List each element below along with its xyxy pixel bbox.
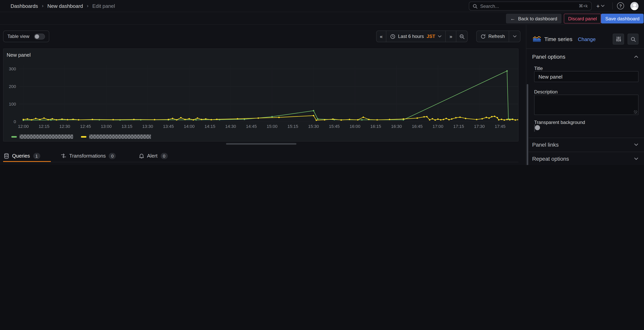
repeat-options-header[interactable]: Repeat options xyxy=(532,156,569,162)
x-axis-tick: 12:00 xyxy=(18,124,29,129)
legend-item[interactable] xyxy=(11,134,73,139)
zoom-out-time-button[interactable] xyxy=(456,30,467,42)
tab-alert[interactable]: Alert 0 xyxy=(139,150,168,162)
panel-title-input[interactable] xyxy=(534,71,638,82)
double-chevron-left-icon: « xyxy=(380,34,382,39)
actions-divider xyxy=(560,15,561,22)
tab-alert-count: 0 xyxy=(160,153,168,159)
x-axis-tick: 17:45 xyxy=(495,124,506,129)
viz-suggestions-button[interactable] xyxy=(613,34,624,44)
options-pane-scrollbar[interactable] xyxy=(527,84,528,165)
x-axis-tick: 15:30 xyxy=(308,124,319,129)
description-label: Description xyxy=(534,89,558,94)
double-chevron-right-icon: » xyxy=(450,34,452,39)
panel-description-textarea[interactable] xyxy=(534,94,638,115)
topnav-divider xyxy=(612,2,613,10)
tab-queries-count: 1 xyxy=(33,153,40,159)
sidebar-divider xyxy=(529,152,644,152)
tab-queries-label: Queries xyxy=(12,153,30,159)
time-shift-back-button[interactable]: « xyxy=(376,30,386,42)
time-range-label: Last 6 hours xyxy=(398,34,424,39)
legend-label-redacted xyxy=(20,134,73,139)
tab-queries[interactable]: Queries 1 xyxy=(4,150,40,162)
help-button[interactable]: ? xyxy=(617,2,624,10)
change-visualization-link[interactable]: Change xyxy=(578,36,596,42)
resize-corner-icon[interactable] xyxy=(634,110,637,114)
zoom-out-icon xyxy=(459,34,464,39)
y-axis-tick: 100 xyxy=(4,102,16,106)
toggle-knob xyxy=(35,34,39,38)
y-axis-tick: 0 xyxy=(4,119,16,124)
x-axis-tick: 16:30 xyxy=(391,124,402,129)
chevron-up-icon[interactable] xyxy=(634,56,638,58)
chevron-down-icon[interactable] xyxy=(634,144,638,146)
grafana-edit-panel-page: Dashboards › New dashboard › Edit panel … xyxy=(0,0,644,165)
x-axis-tick: 17:30 xyxy=(474,124,485,129)
sidebar-divider xyxy=(529,138,644,138)
x-axis-tick: 13:00 xyxy=(101,124,112,129)
avatar-body xyxy=(631,7,638,10)
plus-icon: + xyxy=(596,3,600,9)
visualization-name[interactable]: Time series xyxy=(544,36,572,42)
x-axis-tick: 14:00 xyxy=(184,124,194,129)
x-axis-tick: 14:15 xyxy=(204,124,215,129)
x-axis-tick: 14:45 xyxy=(246,124,257,129)
chart-legend xyxy=(11,134,151,139)
panel-options-header[interactable]: Panel options xyxy=(532,54,566,60)
x-axis-tick: 14:30 xyxy=(225,124,236,129)
chevron-down-icon xyxy=(513,35,516,38)
time-shift-forward-button[interactable]: » xyxy=(446,30,456,42)
panel-links-header[interactable]: Panel links xyxy=(532,142,558,148)
y-axis-tick: 300 xyxy=(4,66,16,71)
chevron-down-icon xyxy=(438,35,442,38)
x-axis-tick: 16:15 xyxy=(370,124,381,129)
panel-preview-card: New panel 0100200300 12:0012:1512:3012:4… xyxy=(3,48,518,142)
search-placeholder: Search... xyxy=(480,3,576,9)
visualization-header: Time series Change xyxy=(529,33,641,45)
search-icon xyxy=(630,36,636,42)
active-tab-underline xyxy=(3,161,51,162)
x-axis-tick: 12:45 xyxy=(80,124,91,129)
table-view-toggle[interactable] xyxy=(34,34,45,39)
time-series-plot[interactable] xyxy=(19,65,518,122)
x-axis-tick: 12:15 xyxy=(39,124,50,129)
refresh-button[interactable]: Refresh xyxy=(477,30,509,42)
discard-panel-button[interactable]: Discard panel xyxy=(564,14,601,24)
back-to-dashboard-button[interactable]: ← Back to dashboard xyxy=(506,14,562,24)
chevron-down-icon[interactable] xyxy=(634,158,638,160)
legend-swatch-yellow xyxy=(81,136,86,138)
time-series-viz-icon xyxy=(532,36,541,42)
x-axis-tick: 12:30 xyxy=(60,124,70,129)
save-dashboard-label: Save dashboard xyxy=(605,16,640,21)
breadcrumb: Dashboards › New dashboard › Edit panel xyxy=(10,0,115,12)
x-axis-tick: 13:30 xyxy=(142,124,153,129)
editor-tabs-bar: Queries 1 Transformations 0 Alert 0 xyxy=(3,150,518,162)
global-search-box[interactable]: Search... ⌘+k xyxy=(469,2,592,10)
add-new-button[interactable]: + xyxy=(596,2,604,10)
edit-panel-actions-bar: ← Back to dashboard Discard panel Save d… xyxy=(0,12,644,25)
top-nav: Dashboards › New dashboard › Edit panel … xyxy=(0,0,644,12)
x-axis-tick: 15:00 xyxy=(267,124,278,129)
legend-label-redacted xyxy=(89,134,151,139)
back-to-dashboard-label: Back to dashboard xyxy=(518,16,557,21)
refresh-interval-dropdown[interactable] xyxy=(509,30,520,42)
breadcrumb-new-dashboard[interactable]: New dashboard xyxy=(47,3,83,9)
search-icon xyxy=(473,4,478,8)
transform-icon xyxy=(61,153,66,158)
discard-panel-label: Discard panel xyxy=(568,16,597,21)
tab-transformations[interactable]: Transformations 0 xyxy=(61,150,116,162)
time-range-picker[interactable]: Last 6 hours JST xyxy=(386,30,446,42)
save-dashboard-button[interactable]: Save dashboard xyxy=(601,14,644,24)
question-mark-icon: ? xyxy=(619,4,622,8)
y-axis-labels: 0100200300 xyxy=(4,49,18,127)
avatar[interactable] xyxy=(630,2,638,10)
x-axis-tick: 15:15 xyxy=(288,124,298,129)
legend-item[interactable] xyxy=(81,134,151,139)
breadcrumb-dashboards[interactable]: Dashboards xyxy=(10,3,38,9)
refresh-label: Refresh xyxy=(488,34,505,39)
search-options-button[interactable] xyxy=(628,34,638,44)
transparent-background-toggle[interactable] xyxy=(534,124,535,132)
x-axis-labels: 12:0012:1512:3012:4513:0013:1513:3013:45… xyxy=(19,124,518,130)
panel-resize-handle[interactable] xyxy=(226,143,296,145)
breadcrumb-separator-icon: › xyxy=(87,3,88,8)
